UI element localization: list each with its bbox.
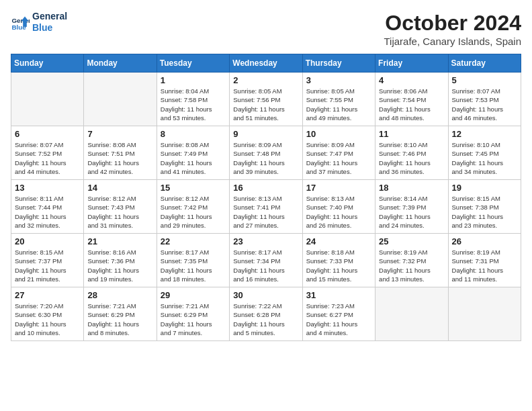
empty-cell <box>84 73 157 126</box>
day-number: 1 <box>161 75 226 85</box>
day-info: Sunrise: 8:07 AM Sunset: 7:52 PM Dayligh… <box>15 140 80 176</box>
day-cell-22: 22Sunrise: 8:17 AM Sunset: 7:35 PM Dayli… <box>157 234 229 287</box>
day-cell-13: 13Sunrise: 8:11 AM Sunset: 7:44 PM Dayli… <box>11 180 84 234</box>
day-info: Sunrise: 8:05 AM Sunset: 7:55 PM Dayligh… <box>306 87 371 122</box>
day-info: Sunrise: 8:09 AM Sunset: 7:47 PM Dayligh… <box>306 140 371 176</box>
day-cell-16: 16Sunrise: 8:13 AM Sunset: 7:41 PM Dayli… <box>230 180 302 234</box>
day-number: 28 <box>87 290 152 300</box>
day-info: Sunrise: 7:21 AM Sunset: 6:29 PM Dayligh… <box>87 302 152 337</box>
day-number: 30 <box>233 290 298 300</box>
col-header-wednesday: Wednesday <box>230 54 302 73</box>
day-number: 18 <box>379 183 444 193</box>
day-number: 27 <box>15 290 80 300</box>
day-number: 24 <box>306 236 371 246</box>
day-info: Sunrise: 8:10 AM Sunset: 7:45 PM Dayligh… <box>452 140 517 176</box>
day-cell-20: 20Sunrise: 8:15 AM Sunset: 7:37 PM Dayli… <box>11 234 84 287</box>
day-info: Sunrise: 8:10 AM Sunset: 7:46 PM Dayligh… <box>379 140 444 176</box>
logo-icon: General Blue <box>11 13 30 32</box>
day-cell-2: 2Sunrise: 8:05 AM Sunset: 7:56 PM Daylig… <box>230 73 302 126</box>
day-cell-30: 30Sunrise: 7:22 AM Sunset: 6:28 PM Dayli… <box>230 287 302 341</box>
calendar-table: SundayMondayTuesdayWednesdayThursdayFrid… <box>11 54 521 341</box>
day-number: 22 <box>161 236 226 246</box>
day-cell-27: 27Sunrise: 7:20 AM Sunset: 6:30 PM Dayli… <box>11 287 84 341</box>
day-cell-26: 26Sunrise: 8:19 AM Sunset: 7:31 PM Dayli… <box>448 234 521 287</box>
day-info: Sunrise: 8:08 AM Sunset: 7:49 PM Dayligh… <box>161 140 226 176</box>
day-cell-12: 12Sunrise: 8:10 AM Sunset: 7:45 PM Dayli… <box>448 126 521 180</box>
day-number: 4 <box>379 75 444 85</box>
day-info: Sunrise: 8:17 AM Sunset: 7:34 PM Dayligh… <box>233 248 298 283</box>
day-number: 6 <box>15 129 80 139</box>
col-header-thursday: Thursday <box>302 54 375 73</box>
month-title: October 2024 <box>384 11 521 36</box>
day-cell-11: 11Sunrise: 8:10 AM Sunset: 7:46 PM Dayli… <box>375 126 448 180</box>
calendar-week-1: 1Sunrise: 8:04 AM Sunset: 7:58 PM Daylig… <box>11 73 521 126</box>
day-number: 11 <box>379 129 444 139</box>
day-cell-3: 3Sunrise: 8:05 AM Sunset: 7:55 PM Daylig… <box>302 73 375 126</box>
day-info: Sunrise: 8:15 AM Sunset: 7:37 PM Dayligh… <box>15 248 80 283</box>
location-subtitle: Tijarafe, Canary Islands, Spain <box>384 36 521 47</box>
day-number: 23 <box>233 236 298 246</box>
day-cell-10: 10Sunrise: 8:09 AM Sunset: 7:47 PM Dayli… <box>302 126 375 180</box>
day-cell-15: 15Sunrise: 8:12 AM Sunset: 7:42 PM Dayli… <box>157 180 229 234</box>
day-info: Sunrise: 8:13 AM Sunset: 7:40 PM Dayligh… <box>306 194 371 230</box>
day-cell-28: 28Sunrise: 7:21 AM Sunset: 6:29 PM Dayli… <box>84 287 157 341</box>
day-info: Sunrise: 8:16 AM Sunset: 7:36 PM Dayligh… <box>87 248 152 283</box>
day-number: 5 <box>452 75 517 85</box>
day-info: Sunrise: 8:07 AM Sunset: 7:53 PM Dayligh… <box>452 87 517 122</box>
empty-cell <box>448 287 521 341</box>
day-info: Sunrise: 8:17 AM Sunset: 7:35 PM Dayligh… <box>161 248 226 283</box>
day-number: 16 <box>233 183 298 193</box>
day-cell-1: 1Sunrise: 8:04 AM Sunset: 7:58 PM Daylig… <box>157 73 229 126</box>
calendar-week-5: 27Sunrise: 7:20 AM Sunset: 6:30 PM Dayli… <box>11 287 521 341</box>
day-number: 26 <box>452 236 517 246</box>
day-info: Sunrise: 7:23 AM Sunset: 6:27 PM Dayligh… <box>306 302 371 337</box>
header: General Blue General Blue October 2024 T… <box>11 11 521 47</box>
day-number: 2 <box>233 75 298 85</box>
day-cell-25: 25Sunrise: 8:19 AM Sunset: 7:32 PM Dayli… <box>375 234 448 287</box>
day-info: Sunrise: 7:21 AM Sunset: 6:29 PM Dayligh… <box>161 302 226 337</box>
day-number: 12 <box>452 129 517 139</box>
day-number: 13 <box>15 183 80 193</box>
day-info: Sunrise: 8:18 AM Sunset: 7:33 PM Dayligh… <box>306 248 371 283</box>
title-area: October 2024 Tijarafe, Canary Islands, S… <box>384 11 521 47</box>
day-number: 9 <box>233 129 298 139</box>
day-info: Sunrise: 8:19 AM Sunset: 7:31 PM Dayligh… <box>452 248 517 283</box>
day-info: Sunrise: 8:04 AM Sunset: 7:58 PM Dayligh… <box>161 87 226 122</box>
day-info: Sunrise: 8:06 AM Sunset: 7:54 PM Dayligh… <box>379 87 444 122</box>
day-cell-19: 19Sunrise: 8:15 AM Sunset: 7:38 PM Dayli… <box>448 180 521 234</box>
day-cell-18: 18Sunrise: 8:14 AM Sunset: 7:39 PM Dayli… <box>375 180 448 234</box>
day-cell-4: 4Sunrise: 8:06 AM Sunset: 7:54 PM Daylig… <box>375 73 448 126</box>
logo: General Blue General Blue <box>11 11 67 34</box>
day-number: 17 <box>306 183 371 193</box>
day-cell-6: 6Sunrise: 8:07 AM Sunset: 7:52 PM Daylig… <box>11 126 84 180</box>
day-number: 25 <box>379 236 444 246</box>
day-cell-24: 24Sunrise: 8:18 AM Sunset: 7:33 PM Dayli… <box>302 234 375 287</box>
day-number: 15 <box>161 183 226 193</box>
day-info: Sunrise: 7:20 AM Sunset: 6:30 PM Dayligh… <box>15 302 80 337</box>
logo-blue: Blue <box>32 22 67 34</box>
empty-cell <box>375 287 448 341</box>
day-number: 21 <box>87 236 152 246</box>
calendar-week-2: 6Sunrise: 8:07 AM Sunset: 7:52 PM Daylig… <box>11 126 521 180</box>
day-cell-23: 23Sunrise: 8:17 AM Sunset: 7:34 PM Dayli… <box>230 234 302 287</box>
day-info: Sunrise: 8:12 AM Sunset: 7:42 PM Dayligh… <box>161 194 226 230</box>
day-cell-14: 14Sunrise: 8:12 AM Sunset: 7:43 PM Dayli… <box>84 180 157 234</box>
day-number: 19 <box>452 183 517 193</box>
day-info: Sunrise: 8:12 AM Sunset: 7:43 PM Dayligh… <box>87 194 152 230</box>
day-cell-21: 21Sunrise: 8:16 AM Sunset: 7:36 PM Dayli… <box>84 234 157 287</box>
day-info: Sunrise: 8:19 AM Sunset: 7:32 PM Dayligh… <box>379 248 444 283</box>
day-cell-29: 29Sunrise: 7:21 AM Sunset: 6:29 PM Dayli… <box>157 287 229 341</box>
day-number: 8 <box>161 129 226 139</box>
calendar-week-3: 13Sunrise: 8:11 AM Sunset: 7:44 PM Dayli… <box>11 180 521 234</box>
day-info: Sunrise: 8:08 AM Sunset: 7:51 PM Dayligh… <box>87 140 152 176</box>
day-info: Sunrise: 8:15 AM Sunset: 7:38 PM Dayligh… <box>452 194 517 230</box>
col-header-sunday: Sunday <box>11 54 84 73</box>
day-number: 29 <box>161 290 226 300</box>
day-number: 3 <box>306 75 371 85</box>
day-cell-7: 7Sunrise: 8:08 AM Sunset: 7:51 PM Daylig… <box>84 126 157 180</box>
col-header-tuesday: Tuesday <box>157 54 229 73</box>
col-header-friday: Friday <box>375 54 448 73</box>
col-header-monday: Monday <box>84 54 157 73</box>
day-info: Sunrise: 8:11 AM Sunset: 7:44 PM Dayligh… <box>15 194 80 230</box>
logo-general: General <box>32 11 67 22</box>
